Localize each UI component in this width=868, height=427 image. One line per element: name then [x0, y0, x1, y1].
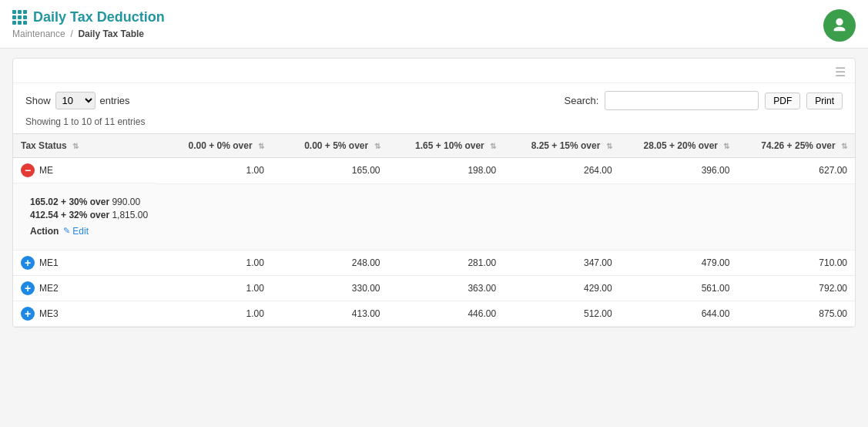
cell-value: 165.00 [272, 158, 388, 184]
table-header-row: Tax Status ⇅ 0.00 + 0% over ⇅ 0.00 + 5% … [13, 134, 855, 158]
row-id-label: ME [39, 165, 53, 176]
col-header-25pct: 74.26 + 25% over ⇅ [737, 134, 855, 158]
edit-icon: ✎ [63, 226, 70, 236]
search-label: Search: [565, 95, 599, 106]
col-header-20pct: 28.05 + 20% over ⇅ [620, 134, 738, 158]
cell-value: 561.00 [620, 276, 738, 301]
cell-tax-status: +ME2 [13, 276, 156, 301]
cell-value: 396.00 [620, 158, 738, 184]
extra-rate-label: 412.54 + 32% over [30, 210, 109, 220]
extra-line: 412.54 + 32% over 1,815.00 [30, 210, 838, 220]
cell-value: 264.00 [504, 158, 620, 184]
cell-tax-status: +ME3 [13, 301, 156, 327]
cell-value: 198.00 [388, 158, 504, 184]
action-label: Action [30, 226, 59, 237]
cell-value: 1.00 [156, 158, 272, 184]
breadcrumb: Maintenance / Daily Tax Table [12, 29, 165, 39]
breadcrumb-parent[interactable]: Maintenance [12, 29, 65, 39]
cell-value: 875.00 [737, 301, 855, 327]
cell-value: 1.00 [156, 250, 272, 276]
edit-link[interactable]: ✎Edit [63, 226, 89, 237]
cell-value: 330.00 [272, 276, 388, 301]
search-input[interactable] [605, 91, 759, 110]
main-content: ☰ Show 10 25 50 100 entries Search: PDF … [12, 58, 856, 328]
entries-select[interactable]: 10 25 50 100 [55, 92, 96, 109]
cell-value: 627.00 [737, 158, 855, 184]
expanded-detail-cell: 165.02 + 30% over 990.00412.54 + 32% ove… [13, 183, 855, 250]
controls-row: Show 10 25 50 100 entries Search: PDF Pr… [13, 83, 855, 115]
show-entries: Show 10 25 50 100 entries [25, 92, 130, 109]
tax-table: Tax Status ⇅ 0.00 + 0% over ⇅ 0.00 + 5% … [13, 133, 855, 327]
sort-icon-25pct[interactable]: ⇅ [841, 142, 847, 150]
collapse-button[interactable]: − [21, 163, 35, 177]
col-header-tax-status: Tax Status ⇅ [13, 134, 156, 158]
row-id-label: ME3 [39, 308, 59, 319]
extra-rate-label: 165.02 + 30% over [30, 197, 109, 207]
print-button[interactable]: Print [806, 92, 843, 109]
sort-icon-20pct[interactable]: ⇅ [723, 142, 729, 150]
page-title: Daily Tax Deduction [33, 9, 165, 25]
col-header-0pct: 0.00 + 0% over ⇅ [156, 134, 272, 158]
user-icon [831, 17, 848, 34]
hamburger-icon[interactable]: ☰ [835, 65, 846, 79]
col-header-10pct: 1.65 + 10% over ⇅ [388, 134, 504, 158]
sort-icon-15pct[interactable]: ⇅ [606, 142, 612, 150]
expand-button[interactable]: + [21, 307, 35, 321]
entries-label: entries [100, 95, 130, 106]
row-id-label: ME2 [39, 283, 59, 294]
cell-value: 281.00 [388, 250, 504, 276]
cell-value: 1.00 [156, 276, 272, 301]
header-right [823, 9, 856, 42]
cell-value: 413.00 [272, 301, 388, 327]
cell-value: 347.00 [504, 250, 620, 276]
row-id-label: ME1 [39, 257, 59, 268]
expand-button[interactable]: + [21, 281, 35, 295]
header-left: Daily Tax Deduction Maintenance / Daily … [12, 9, 165, 39]
expand-button[interactable]: + [21, 256, 35, 270]
cell-value: 512.00 [504, 301, 620, 327]
table-row: +ME31.00413.00446.00512.00644.00875.00 [13, 301, 855, 327]
sort-icon-0pct[interactable]: ⇅ [258, 142, 264, 150]
page-header: Daily Tax Deduction Maintenance / Daily … [0, 0, 868, 49]
page-title-area: Daily Tax Deduction [12, 9, 165, 25]
sort-icon-10pct[interactable]: ⇅ [490, 142, 496, 150]
cell-value: 363.00 [388, 276, 504, 301]
search-area: Search: PDF Print [565, 91, 843, 110]
cell-value: 446.00 [388, 301, 504, 327]
cell-value: 248.00 [272, 250, 388, 276]
cell-tax-status: +ME1 [13, 250, 156, 276]
cell-value: 1.00 [156, 301, 272, 327]
expanded-detail-row: 165.02 + 30% over 990.00412.54 + 32% ove… [13, 183, 855, 250]
avatar-button[interactable] [823, 9, 856, 42]
showing-text: Showing 1 to 10 of 11 entries [13, 115, 855, 133]
col-header-5pct: 0.00 + 5% over ⇅ [272, 134, 388, 158]
cell-value: 429.00 [504, 276, 620, 301]
cell-tax-status: −ME [13, 158, 156, 183]
grid-icon [12, 10, 27, 25]
cell-value: 479.00 [620, 250, 738, 276]
cell-value: 644.00 [620, 301, 738, 327]
sort-icon-tax-status[interactable]: ⇅ [72, 142, 79, 150]
action-row: Action✎Edit [30, 223, 838, 240]
sort-icon-5pct[interactable]: ⇅ [374, 142, 380, 150]
table-body: −ME1.00165.00198.00264.00396.00627.00165… [13, 158, 855, 327]
cell-value: 792.00 [737, 276, 855, 301]
table-row: +ME11.00248.00281.00347.00479.00710.00 [13, 250, 855, 276]
col-header-15pct: 8.25 + 15% over ⇅ [504, 134, 620, 158]
extra-line: 165.02 + 30% over 990.00 [30, 197, 838, 207]
edit-label: Edit [72, 226, 89, 237]
pdf-button[interactable]: PDF [765, 92, 800, 109]
show-label: Show [25, 95, 51, 106]
breadcrumb-current: Daily Tax Table [78, 29, 144, 39]
table-row: −ME1.00165.00198.00264.00396.00627.00 [13, 158, 855, 184]
toolbar-row: ☰ [13, 59, 855, 83]
cell-value: 710.00 [737, 250, 855, 276]
table-row: +ME21.00330.00363.00429.00561.00792.00 [13, 276, 855, 301]
